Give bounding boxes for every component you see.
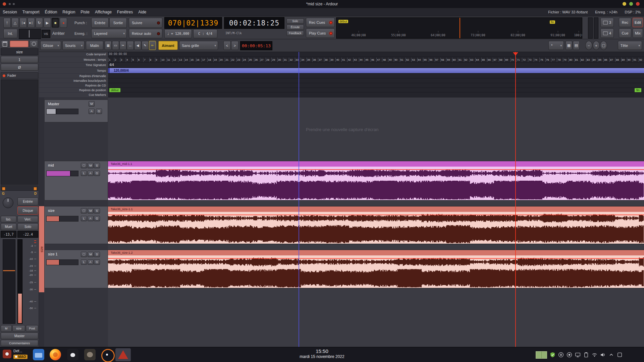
cue-page-button[interactable]: Cue [619,28,631,38]
track-button-A[interactable]: A [89,109,95,114]
stop-button[interactable]: ■ [52,18,59,28]
trim-knob[interactable] [3,197,13,208]
audio-region[interactable]: Take36_size-1.2 [108,250,644,288]
track-header-master[interactable]: MasterMAG [44,100,108,122]
solo-lock-button[interactable]: Verr. [17,216,38,223]
track-button-L[interactable]: L [81,171,87,176]
menu-item-session[interactable]: Session [0,10,20,14]
menu-item-fenêtres[interactable]: Fenêtres [114,10,136,14]
loop-button[interactable]: ↻ [36,18,43,28]
track-button-G[interactable]: G [94,216,100,221]
cut-tool-icon[interactable]: ✂ [119,41,126,50]
goto-start-button[interactable]: |◀ [19,18,27,28]
region-name-bar[interactable]: Take36_mid-1.1 [108,161,644,167]
editor-canvas[interactable]: Prendre une nouvelle capture d'écran Tak… [108,98,644,347]
track-button-M[interactable]: M [89,101,95,107]
display-icon[interactable] [575,352,581,358]
nudge-clock[interactable]: 00:00:05:13 [240,41,272,50]
track-button-G[interactable]: G [94,259,100,265]
ruler-cd-markers[interactable] [108,83,644,88]
record-icon[interactable] [567,352,572,358]
track-visibility-icon[interactable]: ▦ [566,41,572,50]
minimize-button[interactable] [623,2,626,6]
solo-iso-button[interactable]: Iso. [1,216,16,223]
snap-button[interactable]: Aimant [158,41,178,50]
track-button-G[interactable]: G [96,109,102,114]
play-cues-button[interactable]: Play Cues [306,28,335,38]
audio-region[interactable]: Take36_mid-1.1 [108,161,644,200]
meter-point-tab[interactable]: M [1,325,12,332]
ruler-timecode[interactable]: 00:00:00:00 [108,52,644,57]
goto-end-button[interactable]: ▶| [28,18,35,28]
secondary-clock[interactable]: 00:02:18:25 [224,17,284,29]
menu-item-transport[interactable]: Transport [20,10,42,14]
ruler-loop-punch[interactable] [108,78,644,83]
strip-track-name[interactable]: size [1,48,38,55]
track-button-M[interactable]: M [88,208,94,214]
track-header-size-1[interactable]: size 1MSLAG [44,250,108,288]
phase-invert-button[interactable]: Ø [1,64,38,71]
track-button-S[interactable]: S [94,252,100,257]
meter-point-tab[interactable]: Post [26,325,38,332]
primary-clock[interactable]: 070|02|1339 [164,17,222,29]
fader-handle[interactable] [3,270,15,271]
meter-button[interactable]: C : 4/4 [193,29,217,38]
shield-icon[interactable] [550,352,555,358]
track-gain-fader[interactable] [46,109,78,114]
record-arm-button[interactable] [81,163,87,168]
zoom-out-button[interactable]: − [585,41,592,50]
end-marker[interactable]: fin [550,20,555,24]
smart-mode-button[interactable]: Malin [86,41,103,50]
layer-display-icon[interactable]: ▤ [573,41,580,50]
rec-cues-button[interactable]: Rec Cues [306,18,335,27]
strip-io-button[interactable]: 1 [1,56,38,63]
audition-tool-icon[interactable]: ◀ [134,41,141,50]
region-gain-line[interactable] [108,215,644,215]
volume-icon[interactable] [600,352,606,358]
auto-return-button[interactable]: Retour auto [129,29,162,38]
gain-fader[interactable] [3,239,15,324]
grab-mode-dropdown[interactable]: Glisse▾ [40,41,61,50]
punch-in-button[interactable]: Entrée [91,18,109,28]
ruler-area[interactable]: 00:00:00:00 1234567891011121314151617181… [108,52,644,98]
play-button[interactable]: ▶ [44,18,51,28]
clipboard-icon[interactable] [583,352,589,358]
show-desktop-icon[interactable] [617,352,623,358]
ruler-tempo[interactable]: 120,000/4 [108,68,644,74]
metronome-button[interactable]: △ [11,18,19,28]
track-button-A[interactable]: A [88,216,94,221]
comments-button[interactable]: Commentaires [1,340,38,346]
ruler-location-markers[interactable]: début fin [108,88,644,93]
ruler-cue-markers[interactable] [108,93,644,98]
draw-tool-icon[interactable]: ✎ [142,41,149,50]
region-name-bar[interactable]: Take36_size-1.2 [108,250,644,255]
record-button[interactable]: ● [60,18,67,28]
record-mode-dropdown[interactable]: Layered▾ [91,29,127,38]
gain-display[interactable]: -13,7 [1,231,16,238]
solo-indicator-button[interactable]: Solo [286,18,304,24]
output-button[interactable]: Master [1,333,38,339]
track-button-L[interactable]: L [81,259,87,265]
tempo-bar[interactable]: 120,000/4 [108,68,644,73]
start-marker[interactable]: début [109,88,120,92]
end-marker[interactable]: fin [635,88,641,92]
maximize-button[interactable] [629,2,633,6]
ruler-range-markers[interactable] [108,74,644,78]
track-button-L[interactable]: L [81,216,87,221]
strip-tools-button[interactable] [1,40,9,48]
pause-icon[interactable] [558,352,564,358]
window-layout-b-button[interactable]: 4 [600,28,614,38]
listen-level-slider[interactable] [594,17,598,39]
close-button[interactable] [636,2,640,6]
playhead-line[interactable] [515,52,516,347]
workspace-pager[interactable] [536,351,547,359]
track-gain-fader[interactable] [46,171,78,176]
mouse-mode-dropdown[interactable]: Souris▾ [62,41,85,50]
region-gain-line[interactable] [108,258,644,259]
edit-tool-icon[interactable]: ✏ [149,41,156,50]
peak-display[interactable]: -22.4 [17,231,38,238]
shuttle-control[interactable] [19,29,41,39]
window-layout-a-button[interactable]: 3 [600,18,614,27]
track-button-M[interactable]: M [88,252,94,257]
mini-timeline[interactable]: début fin 46|00|0055|00|0064|00|0073|00|… [336,17,582,39]
